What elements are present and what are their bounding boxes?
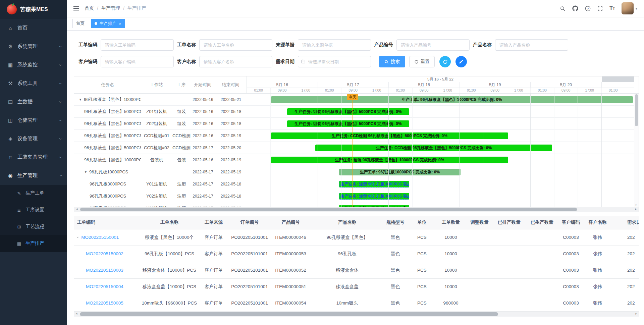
expand-toggle-icon[interactable]: ▼ (79, 98, 82, 101)
gantt-bar[interactable]: 生产任务: 注塑 96孔孔板3000PCS 完成 (339, 193, 409, 200)
tabs-bar: 首页生产排产× (67, 17, 644, 31)
orders-cell-source: 客户订单 (197, 262, 230, 278)
sidebar-item-master-data[interactable]: ▤主数据› (0, 93, 67, 111)
orders-cell-code: MO202205150003 (74, 262, 142, 278)
customer-code-label: 客户编码 (78, 59, 97, 65)
scroll-left-arrow-icon[interactable]: ◄ (75, 208, 78, 211)
orders-horizontal-scrollbar[interactable]: ◄ ► (74, 312, 639, 317)
gantt-lane: 生产任务: 注塑 96孔孔板3000PCS 完成 (247, 202, 634, 207)
orders-column-header: 产品编号 (269, 216, 312, 229)
sidebar-item-production-scheduling[interactable]: ▦生产排产 (0, 235, 67, 252)
gantt-task-name: 96孔移液盒【黑色】5000PCS (84, 121, 141, 127)
breadcrumb-separator: / (97, 6, 98, 11)
help-icon[interactable]: ? (585, 6, 591, 11)
sidebar-item-label: 仓储管理 (17, 117, 38, 123)
orders-cell-spec: 黑色 (382, 278, 409, 295)
breadcrumb-item[interactable]: 首页 (85, 5, 94, 11)
sidebar-item-label: 主数据 (17, 99, 33, 105)
gantt-bar[interactable]: 生产任务: 包装 96孔移液盒【黑色】10000PCS 完成比例: 0% (271, 157, 508, 163)
caret-down-icon: ▾ (635, 6, 637, 11)
sidebar-item-production-workorder[interactable]: ✎生产工单 (0, 185, 67, 202)
orders-cell-unit: PCS (409, 246, 435, 262)
edit-button[interactable] (455, 56, 467, 67)
tab-home[interactable]: 首页 (72, 19, 88, 28)
svg-text:?: ? (587, 7, 589, 10)
app-layout: 苦糖果MES ⌂首页⚙系统管理›▣系统监控›⚒系统工具›▤主数据›◫仓储管理›◈… (0, 0, 644, 325)
gantt-cell-process (172, 94, 191, 105)
tab-production-scheduling[interactable]: 生产排产× (91, 19, 125, 28)
font-size-icon[interactable]: TT (609, 6, 615, 11)
order-code-link[interactable]: MO202205150002 (86, 251, 123, 256)
sidebar-item-equipment-management[interactable]: ◈设备管理› (0, 129, 67, 148)
workorder-name-input[interactable] (199, 39, 272, 51)
sidebar-item-warehouse-management[interactable]: ◫仓储管理› (0, 111, 67, 129)
gantt-row: ▼96孔孔板10000PCS2022-05-172022-05-19生产工单: … (74, 166, 634, 178)
product-code-input[interactable] (396, 39, 470, 51)
sidebar-item-system-monitor[interactable]: ▣系统监控› (0, 56, 67, 74)
gantt-vertical-scroll-thumb[interactable] (635, 94, 638, 126)
orders-cell-qty: 10000 (435, 278, 466, 295)
user-avatar[interactable]: ▾ (622, 2, 637, 14)
gantt-bar[interactable]: 生产任务: 组装 96孔移液盒【黑色】5000PCS 完成比例: 0% (287, 120, 409, 127)
product-name-input[interactable] (495, 39, 568, 51)
expand-toggle-icon[interactable]: ▼ (84, 170, 87, 174)
orders-cell-name: 10mm吸头【960000】PCS (142, 295, 197, 311)
orders-table-wrap: 工单编码工单名称工单来源订单编号产品编号产品名称规格型号单位工单数量调整数量已排… (74, 216, 639, 312)
gantt-bar[interactable]: 生产任务: 组装 96孔移液盒【黑色】5000PCS 完成比例: 0% (287, 108, 409, 115)
sidebar-item-label: 生产工单 (25, 190, 44, 196)
row-expand-icon[interactable]: › (75, 236, 80, 238)
orders-cell-order_no: PO202205101001 (230, 262, 269, 278)
gantt-horizontal-scroll-thumb[interactable] (80, 208, 577, 211)
gantt-bar[interactable]: 生产工单: 96孔移液盒【黑色】10000PCS 完成比例: 0% (271, 96, 633, 103)
sidebar-toggle-icon[interactable] (73, 6, 79, 11)
gantt-bar[interactable]: 生产任务: 注塑 96孔孔板3000PCS 完成 (339, 181, 409, 187)
order-code-link[interactable]: MO202205150005 (86, 301, 123, 306)
order-code-link[interactable]: MO202205150001 (81, 235, 119, 240)
customer-code-input[interactable] (101, 56, 174, 67)
gantt-bar[interactable]: 生产任务: CCD检测 96孔移液盒【黑色】5000PCS 完成比例: 0% (271, 132, 508, 139)
gantt-vertical-scrollbar[interactable]: ▾ (634, 94, 639, 207)
sidebar-item-process-settings[interactable]: ≣工序设置 (0, 202, 67, 218)
sidebar-item-system-management[interactable]: ⚙系统管理› (0, 37, 67, 56)
workorder-code-input[interactable] (101, 39, 174, 51)
scroll-right-arrow-icon[interactable]: ► (635, 208, 637, 211)
gantt-hour-tick: 01:00 (247, 88, 271, 93)
gantt-bar[interactable]: 生产任务: CCD检测 96孔移液盒【黑色】5000PCS 完成比例: 0% (315, 145, 552, 151)
gantt-day-label: 5月 17 (318, 82, 389, 88)
orders-cell-order_no: PO202205101001 (230, 246, 269, 262)
customer-name-input[interactable] (199, 56, 272, 67)
order-code-link[interactable]: MO202205150004 (86, 284, 123, 289)
fullscreen-icon[interactable] (597, 6, 603, 11)
reset-button[interactable]: 重置 (409, 56, 435, 67)
filter-field-product-name: 产品名称 (473, 39, 568, 51)
chevron-down-icon: › (58, 138, 64, 140)
sidebar-item-home[interactable]: ⌂首页 (0, 19, 67, 37)
gantt-hour-tick: 09:00 (483, 88, 507, 93)
orders-column-header: 工单数量 (435, 216, 466, 229)
gantt-row: 96孔孔板3000PCSY02注塑机注塑2022-05-172022-05-18… (74, 190, 634, 202)
search-button[interactable]: 搜索 (379, 56, 405, 67)
scroll-down-arrow-icon[interactable]: ▾ (635, 204, 637, 207)
scroll-left-arrow-icon[interactable]: ◄ (75, 312, 78, 315)
orders-horizontal-scroll-thumb[interactable] (80, 312, 498, 316)
gantt-cell-task: 96孔移液盒【黑色】5000PCS (74, 106, 141, 117)
github-icon[interactable] (572, 5, 578, 11)
topbar-actions: ? TT ▾ (560, 2, 637, 14)
gantt-bar[interactable]: 生产工单: 96孔孔板10000PCS 完成比例: 0% (339, 169, 461, 175)
source-doc-input[interactable] (298, 39, 371, 51)
search-icon[interactable] (560, 6, 566, 11)
gantt-hour-tick: 09:00 (341, 88, 365, 93)
sidebar-item-process-flow[interactable]: ⊞工艺流程 (0, 218, 67, 235)
sidebar-item-production-management[interactable]: ◉生产管理› (0, 166, 67, 185)
gantt-horizontal-scrollbar[interactable]: ◄ ► (74, 207, 639, 212)
sidebar-item-fixture-management[interactable]: ⌗工装夹具管理› (0, 148, 67, 166)
refresh-button[interactable] (439, 56, 451, 67)
order-code-link[interactable]: MO202205150003 (86, 268, 123, 273)
demand-date-input[interactable] (298, 56, 371, 67)
breadcrumb-item[interactable]: 生产管理 (101, 5, 120, 11)
tab-close-icon[interactable]: × (119, 21, 121, 26)
orders-cell-demand: 202 (612, 229, 639, 246)
sidebar-item-system-tools[interactable]: ⚒系统工具› (0, 74, 67, 93)
gantt-hour-tick: 17:00 (507, 88, 531, 93)
scroll-right-arrow-icon[interactable]: ► (635, 312, 638, 315)
